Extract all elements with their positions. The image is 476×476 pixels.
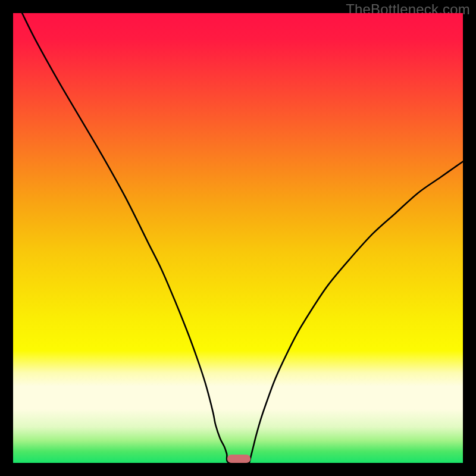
- chart-background: [13, 13, 463, 463]
- plot-area: [13, 13, 463, 463]
- baseline-marker: [227, 455, 250, 463]
- chart-container: TheBottleneck.com: [0, 0, 476, 476]
- chart-svg: [13, 13, 463, 463]
